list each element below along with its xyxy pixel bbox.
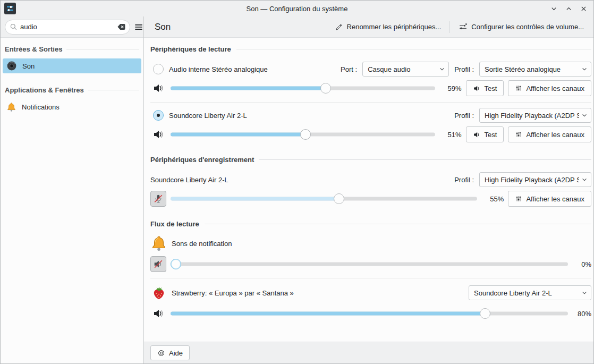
playback-section-header: Périphériques de lecture [150,45,591,53]
slider-fill [171,133,306,137]
notification-bell-icon [150,235,167,252]
configure-volume-controls-button[interactable]: Configurer les contrôles de volume... [454,20,588,34]
volume-slider[interactable] [171,83,435,94]
test-button[interactable]: Test [466,80,504,96]
section-title: Périphériques d'enregistrement [150,156,254,164]
speaker-icon [152,82,164,94]
microphone-mute-button[interactable] [150,191,166,207]
test-label: Test [485,131,497,139]
volume-percent: 0% [572,260,591,268]
volume-icon-cell [150,129,166,140]
default-device-radio-checked[interactable] [153,110,164,121]
footer: Aide [144,342,593,363]
section-title: Flux de lecture [150,220,199,228]
divider [88,90,139,90]
volume-percent: 59% [439,84,462,92]
volume-icon-cell [150,82,166,94]
sidebar-toolbar [1,16,143,38]
slider-handle[interactable] [320,83,331,94]
page-toolbar: Son Renommer les périphériques... [144,16,593,38]
pencil-icon [335,23,343,31]
sidebar-item-label: Notifications [22,103,60,111]
show-channels-button[interactable]: Afficher les canaux [508,80,591,96]
playback-device-row-internal: Audio interne Stéréo analogique Port : C… [150,62,591,77]
stream-volume-row-strawberry: 80% [150,305,591,322]
chevron-down-icon [581,66,588,72]
search-input[interactable] [20,23,114,31]
slider-handle[interactable] [171,259,181,269]
profile-combobox[interactable]: High Fidelity Playback (A2DP Si [479,108,591,123]
volume-slider[interactable] [171,129,435,140]
capture-volume-slider[interactable] [171,193,477,204]
sidebar-section-title: Entrées & Sorties [5,45,139,53]
volume-icon-cell [150,308,166,319]
sidebar-section-label: Entrées & Sorties [5,45,62,53]
system-settings-window: Son — Configuration du système [0,0,594,364]
chevron-down-icon [439,66,445,72]
slider-handle[interactable] [300,129,311,140]
show-channels-label: Afficher les canaux [526,195,584,203]
profile-label: Profil : [454,112,474,120]
volume-controls-icon [459,22,468,31]
profile-value: High Fidelity Playback (A2DP Si [485,176,579,184]
toolbar-actions: Renommer les périphériques... Configurer… [330,20,588,34]
chevron-up-icon [565,5,572,12]
maximize-button[interactable] [564,4,573,13]
chevron-down-icon [550,5,557,12]
volume-percent: 55% [481,195,504,203]
speaker-icon [473,84,481,92]
main-pane: Son Renommer les périphériques... [144,16,593,363]
sidebar-item-son[interactable]: Son [3,58,141,73]
playback-volume-row-internal: 59% Test Afficher les canaux [150,80,591,97]
stream-volume-slider[interactable] [171,308,568,319]
show-channels-button[interactable]: Afficher les canaux [508,191,591,207]
sound-settings-content: Périphériques de lecture Audio interne S… [144,38,593,342]
profile-value: Sortie Stéréo analogique [485,65,579,73]
test-button[interactable]: Test [466,126,504,142]
output-device-combobox[interactable]: Soundcore Liberty Air 2-L [469,285,591,300]
device-name: Audio interne Stéréo analogique [169,65,268,73]
recording-section-header: Périphériques d'enregistrement [150,156,591,164]
port-value: Casque audio [368,65,437,73]
titlebar: Son — Configuration du système [1,1,593,16]
channels-icon [515,131,522,138]
slider-track[interactable] [171,263,568,266]
playback-device-row-soundcore: Soundcore Liberty Air 2-L Profil : High … [150,108,591,123]
profile-value: High Fidelity Playback (A2DP Si [485,112,579,120]
stream-row-strawberry: Strawberry: « Europa » par « Santana » S… [150,284,591,302]
help-button[interactable]: Aide [150,345,190,360]
recording-volume-row: 55% Afficher les canaux [150,190,591,207]
search-field[interactable] [5,20,130,35]
divider [150,102,591,103]
stream-mute-button[interactable] [150,256,166,272]
window-controls [549,4,593,13]
port-combobox[interactable]: Casque audio [362,62,449,77]
minimize-button[interactable] [549,4,558,13]
divider [66,49,139,49]
show-channels-button[interactable]: Afficher les canaux [508,126,591,142]
sidebar-item-notifications[interactable]: Notifications [3,99,141,114]
divider [236,49,591,49]
menu-button[interactable] [133,20,144,35]
sidebar-item-label: Son [22,62,35,70]
rename-devices-button[interactable]: Renommer les périphériques... [330,20,446,34]
volume-percent: 80% [572,310,591,318]
slider-handle[interactable] [480,308,490,319]
clear-search-icon[interactable] [116,22,126,32]
configure-volume-controls-label: Configurer les contrôles de volume... [471,23,584,31]
profile-combobox[interactable]: Sortie Stéréo analogique [479,62,591,77]
toolbar-separator [449,21,450,33]
stream-volume-slider[interactable] [171,259,568,269]
chevron-down-icon [581,112,588,118]
slider-handle[interactable] [334,193,344,204]
speaker-icon [473,131,481,139]
sidebar: Entrées & Sorties Son Applications & Fen… [1,38,143,363]
close-button[interactable] [579,4,588,13]
divider [259,159,591,160]
profile-combobox[interactable]: High Fidelity Playback (A2DP Si [479,172,591,187]
divider [150,278,591,278]
default-device-radio[interactable] [153,64,164,74]
window-title: Son — Configuration du système [1,5,593,13]
channels-icon [515,195,522,202]
recording-device-row: Soundcore Liberty Air 2-L Profil : High … [150,172,591,187]
